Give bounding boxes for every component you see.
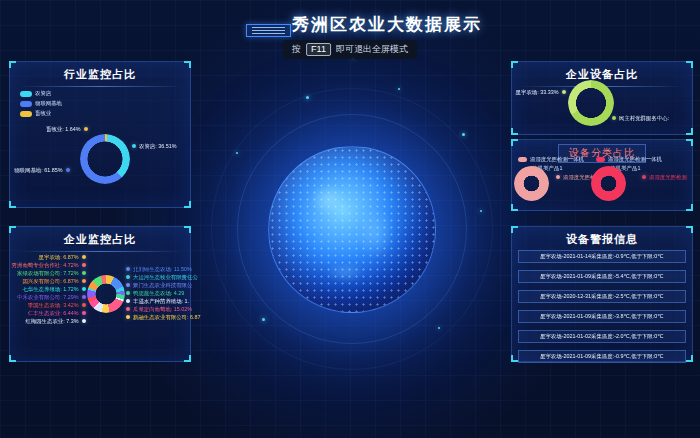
industry-callout-store: 农资店: 36.51%: [132, 142, 202, 150]
callout-dot: [562, 90, 566, 94]
legend-item[interactable]: 畜牧业: [20, 109, 80, 118]
enterprise-label: 新融生态农业有限公司: 6.87: [126, 313, 192, 321]
device-class-donut-right[interactable]: [591, 166, 626, 201]
callout-dot: [612, 116, 616, 120]
callout-dot: [126, 291, 130, 295]
callout-dot: [82, 303, 86, 307]
device-ratio-donut-chart[interactable]: [568, 80, 614, 126]
alarm-list: 星宇农场-2021-01-14采集温度:-0.9℃,低于下限:0℃ 星宇农场-2…: [512, 250, 692, 363]
legend-label: 畜牧业: [35, 111, 51, 116]
alarm-row: 星宇农场-2021-01-02采集温度:-2.0℃,低于下限:0℃: [518, 330, 686, 343]
callout-dot: [82, 279, 86, 283]
industry-callout-iot: 物联网基地: 61.85%: [10, 166, 70, 174]
node-dot: [462, 133, 465, 136]
callout-dot: [126, 283, 130, 287]
callout-dot: [82, 255, 86, 259]
legend-swatch: [518, 157, 527, 162]
divider: [18, 86, 182, 87]
globe: [268, 146, 436, 313]
device-ratio-label-left: 星宇农场: 33.33%: [512, 88, 566, 96]
enterprise-label: 秀洲葡萄专业合作社: 4.72%: [10, 261, 86, 269]
callout-dot: [126, 267, 130, 271]
enterprise-label: 聚门生态农业科技有限公: [126, 281, 192, 289]
industry-donut-chart[interactable]: [80, 134, 130, 184]
fullscreen-tip: 按 F11 即可退出全屏模式: [283, 40, 417, 59]
legend-label: 物联网基地: [35, 101, 62, 106]
fullscreen-tip-prefix: 按: [292, 43, 301, 56]
f11-key: F11: [306, 43, 331, 56]
panel-device-class: 设备分类占比 温湿度光照检测一体机 一体机类产品1 温湿度光照检测一 温湿度光照…: [511, 139, 693, 211]
page-title: 秀洲区农业大数据展示: [292, 13, 482, 36]
panel-industry-title: 行业监控占比: [10, 62, 190, 82]
node-dot: [306, 96, 309, 99]
legend-swatch: [20, 101, 32, 107]
panel-device-ratio-title: 企业设备占比: [512, 62, 692, 82]
node-dot: [398, 88, 400, 90]
enterprise-label: 大运河生态牧业有限责任公: [126, 273, 192, 281]
enterprise-label: 家绿农场有限公司: 7.72%: [10, 269, 86, 277]
enterprise-donut-chart[interactable]: [87, 275, 125, 313]
callout-dot: [642, 175, 646, 179]
legend-swatch: [20, 111, 32, 117]
enterprise-label: 红梅园生态农业: 7.3%: [10, 317, 86, 325]
callout-dot: [66, 168, 70, 172]
alarm-row: 星宇农场-2021-01-09采集温度:-0.9℃,低于下限:0℃: [518, 350, 686, 363]
callout-dot: [126, 299, 130, 303]
callout-dot: [126, 315, 130, 319]
callout-dot: [126, 275, 130, 279]
enterprise-labels-left: 星宇农场: 6.87% 秀洲葡萄专业合作社: 4.72% 家绿农场有限公司: 7…: [10, 253, 86, 325]
enterprise-label: 国兴发有限公司: 6.87%: [10, 277, 86, 285]
device-class-legend-right[interactable]: 温湿度光照检测一体机: [596, 155, 698, 163]
enterprise-label: 瓜菜定向葡萄地: 15.02%: [126, 305, 192, 313]
device-class-donut-left[interactable]: [514, 166, 549, 201]
callout-dot: [82, 287, 86, 291]
callout-dot: [82, 295, 86, 299]
enterprise-label: 七华生态养殖场: 1.72%: [10, 285, 86, 293]
node-dot: [262, 318, 265, 321]
legend-label: 农资店: [35, 91, 51, 96]
enterprise-labels-right: 北刘锦生态农场: 11.50% 大运河生态牧业有限责任公 聚门生态农业科技有限公…: [126, 265, 192, 321]
panel-alarms-title: 设备警报信息: [512, 227, 692, 247]
divider: [18, 251, 182, 252]
panel-industry-ratio: 行业监控占比 农资店 物联网基地 畜牧业 畜牧业: [9, 61, 191, 208]
enterprise-label: 鸭思蔬生态农场: 4.29: [126, 289, 192, 297]
fullscreen-tip-suffix: 即可退出全屏模式: [336, 43, 408, 56]
callout-dot: [82, 263, 86, 267]
callout-dot: [84, 127, 88, 131]
legend-item[interactable]: 农资店: [20, 89, 80, 98]
dashboard: 秀洲区农业大数据展示 按 F11 即可退出全屏模式 行业监控占比 农资店 物联网…: [0, 0, 700, 438]
node-dot: [480, 210, 482, 212]
legend-swatch: [596, 157, 605, 162]
enterprise-label: 仁丰生态农业: 6.44%: [10, 309, 86, 317]
alarm-row: 星宇农场-2021-01-09采集温度:-5.4℃,低于下限:0℃: [518, 270, 686, 283]
legend-swatch: [20, 91, 32, 97]
callout-dot: [82, 271, 86, 275]
device-class-callout-right: 温湿度光照检测: [642, 173, 700, 181]
enterprise-label: 星宇农场: 6.87%: [10, 253, 86, 261]
panel-alarms: 设备警报信息 星宇农场-2021-01-14采集温度:-0.9℃,低于下限:0℃…: [511, 226, 693, 362]
callout-dot: [82, 311, 86, 315]
legend-item[interactable]: 物联网基地: [20, 99, 80, 108]
panel-enterprise-ratio: 企业监控占比 星宇农场: 6.87% 秀洲葡萄专业合作社: 4.72% 家绿农场…: [9, 226, 191, 362]
enterprise-label: 丰溢水产种苗养殖场: 1.: [126, 297, 192, 305]
callout-dot: [126, 307, 130, 311]
panel-device-ratio: 企业设备占比 星宇农场: 33.33% 民主村党群服务中心:: [511, 61, 693, 135]
callout-dot: [82, 319, 86, 323]
logo-badge: [246, 24, 291, 37]
panel-enterprise-title: 企业监控占比: [10, 227, 190, 247]
alarm-row: 星宇农场-2021-01-09采集温度:-3.8℃,低于下限:0℃: [518, 310, 686, 323]
enterprise-label: 北刘锦生态农场: 11.50%: [126, 265, 192, 273]
device-ratio-label-right: 民主村党群服务中心:: [612, 114, 700, 122]
node-dot: [438, 327, 440, 329]
industry-legend: 农资店 物联网基地 畜牧业: [20, 89, 80, 118]
node-dot: [236, 152, 238, 154]
callout-dot: [132, 144, 136, 148]
alarm-row: 星宇农场-2021-01-14采集温度:-0.9℃,低于下限:0℃: [518, 250, 686, 263]
alarm-row: 星宇农场-2020-12-31采集温度:-2.5℃,低于下限:0℃: [518, 290, 686, 303]
enterprise-label: 中禾农业有限公司: 7.29%: [10, 293, 86, 301]
callout-dot: [556, 175, 560, 179]
enterprise-label: 季国生态农场: 3.42%: [10, 301, 86, 309]
industry-callout-livestock: 畜牧业: 1.64%: [24, 125, 88, 133]
